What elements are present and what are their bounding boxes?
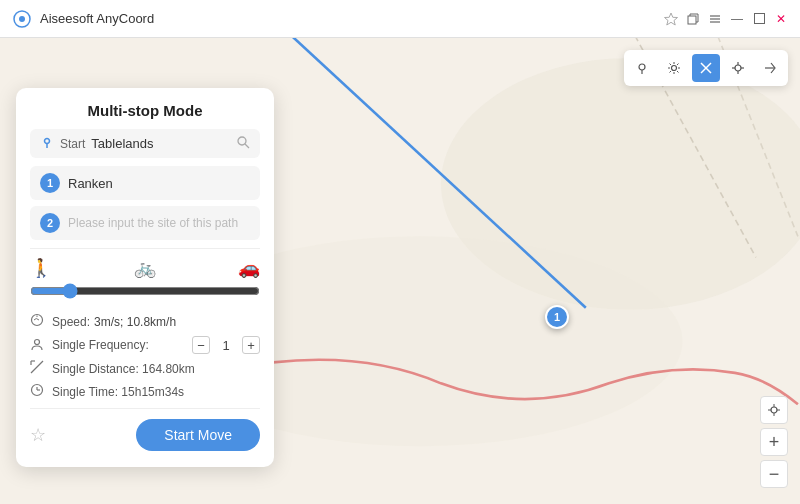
svg-point-30 <box>238 137 246 145</box>
start-move-button[interactable]: Start Move <box>136 419 260 451</box>
svg-rect-3 <box>688 16 696 24</box>
svg-point-29 <box>45 139 50 144</box>
speed-info-value: 3m/s; 10.8km/h <box>94 315 176 329</box>
zoom-in-button[interactable]: + <box>760 428 788 456</box>
zoom-out-button[interactable]: − <box>760 460 788 488</box>
svg-point-1 <box>19 16 25 22</box>
divider-2 <box>30 408 260 409</box>
search-icon[interactable] <box>236 135 250 152</box>
speed-info-label: Speed: <box>52 315 90 329</box>
svg-point-18 <box>735 65 741 71</box>
frequency-info-row: Single Frequency: − 1 + <box>30 336 260 354</box>
bike-mode-icon[interactable]: 🚲 <box>134 257 156 279</box>
walk-mode-icon[interactable]: 🚶 <box>30 257 52 279</box>
hamburger-menu-icon[interactable] <box>708 12 722 26</box>
speed-mode-selector: 🚶 🚲 🚗 <box>30 257 260 279</box>
stop-row-1: 1 Ranken <box>30 166 260 200</box>
svg-line-31 <box>245 144 249 148</box>
distance-info-icon <box>30 360 46 377</box>
export-tool-button[interactable] <box>756 54 784 82</box>
start-label: Start <box>60 137 85 151</box>
map-area: 1 + − Multi-stop Mode <box>0 38 800 504</box>
frequency-value: 1 <box>218 338 234 353</box>
pin-tool-button[interactable] <box>628 54 656 82</box>
car-mode-icon[interactable]: 🚗 <box>238 257 260 279</box>
stop-number-1: 1 <box>40 173 60 193</box>
map-toolbar <box>624 50 788 86</box>
favorite-icon[interactable] <box>664 12 678 26</box>
panel-title: Multi-stop Mode <box>16 88 274 129</box>
svg-point-14 <box>639 64 645 70</box>
speed-slider-container <box>30 283 260 303</box>
locate-button[interactable] <box>760 396 788 424</box>
svg-rect-7 <box>754 14 764 24</box>
stop-placeholder-2: Please input the site of this path <box>68 216 238 230</box>
svg-point-34 <box>35 339 40 344</box>
app-logo <box>12 9 32 29</box>
frequency-decrease-button[interactable]: − <box>192 336 210 354</box>
stop-value-1: Ranken <box>68 176 113 191</box>
window-controls: — ✕ <box>664 12 788 26</box>
start-location-row: Start Tablelands <box>30 129 260 158</box>
svg-line-35 <box>31 361 43 373</box>
divider-1 <box>30 248 260 249</box>
start-value: Tablelands <box>91 136 236 151</box>
titlebar: Aiseesoft AnyCoord — ✕ <box>0 0 800 38</box>
close-button[interactable]: ✕ <box>774 12 788 26</box>
favorite-star-button[interactable]: ☆ <box>30 424 46 446</box>
app-title: Aiseesoft AnyCoord <box>40 11 664 26</box>
location-marker: 1 <box>545 305 569 329</box>
time-info-icon <box>30 383 46 400</box>
time-label: Single Time: 15h15m34s <box>52 385 184 399</box>
svg-point-24 <box>771 407 777 413</box>
window-restore-icon[interactable] <box>686 12 700 26</box>
map-controls: + − <box>760 396 788 488</box>
frequency-label: Single Frequency: <box>52 338 149 352</box>
start-location-icon <box>40 135 54 152</box>
stop-row-2[interactable]: 2 Please input the site of this path <box>30 206 260 240</box>
frequency-controls: − 1 + <box>192 336 260 354</box>
minimize-button[interactable]: — <box>730 12 744 26</box>
speed-slider[interactable] <box>30 283 260 299</box>
route-tool-button[interactable] <box>692 54 720 82</box>
maximize-button[interactable] <box>752 12 766 26</box>
multi-stop-panel: Multi-stop Mode Start Tablelands 1 Ranke… <box>16 88 274 467</box>
svg-marker-2 <box>665 13 678 25</box>
distance-label: Single Distance: 164.80km <box>52 362 195 376</box>
distance-info-row: Single Distance: 164.80km <box>30 360 260 377</box>
panel-footer: ☆ Start Move <box>30 419 260 451</box>
time-info-row: Single Time: 15h15m34s <box>30 383 260 400</box>
speed-info-row: Speed: 3m/s; 10.8km/h <box>30 313 260 330</box>
svg-point-15 <box>672 66 677 71</box>
stop-number-2: 2 <box>40 213 60 233</box>
settings-tool-button[interactable] <box>660 54 688 82</box>
frequency-increase-button[interactable]: + <box>242 336 260 354</box>
crosshair-tool-button[interactable] <box>724 54 752 82</box>
frequency-info-icon <box>30 337 46 354</box>
speed-info-icon <box>30 313 46 330</box>
